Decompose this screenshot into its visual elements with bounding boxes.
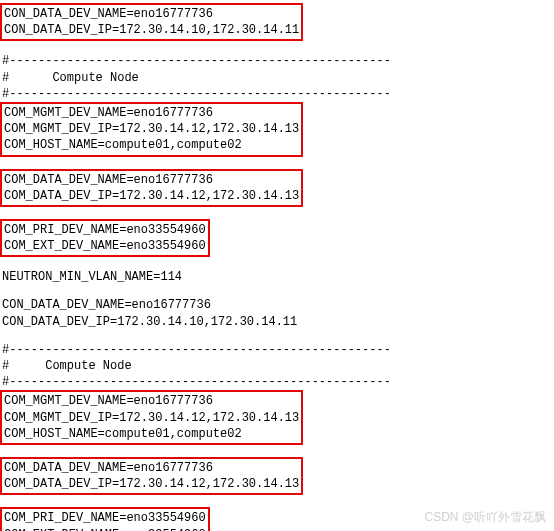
config-line: NEUTRON_MIN_VLAN_NAME=114 (2, 269, 554, 285)
config-line: COM_EXT_DEV_NAME=eno33554960 (4, 527, 206, 532)
separator-line: #---------------------------------------… (2, 86, 554, 102)
highlight-box-5: COM_MGMT_DEV_NAME=eno16777736 COM_MGMT_D… (0, 390, 303, 445)
config-line: CON_DATA_DEV_IP=172.30.14.10,172.30.14.1… (2, 314, 554, 330)
separator-line: #---------------------------------------… (2, 53, 554, 69)
highlight-box-7: COM_PRI_DEV_NAME=eno33554960 COM_EXT_DEV… (0, 507, 210, 531)
config-line: COM_HOST_NAME=compute01,compute02 (4, 137, 299, 153)
config-line: COM_MGMT_DEV_NAME=eno16777736 (4, 393, 299, 409)
highlight-box-3: COM_DATA_DEV_NAME=eno16777736 COM_DATA_D… (0, 169, 303, 207)
config-line: COM_DATA_DEV_IP=172.30.14.12,172.30.14.1… (4, 476, 299, 492)
highlight-box-6: COM_DATA_DEV_NAME=eno16777736 COM_DATA_D… (0, 457, 303, 495)
config-line: COM_MGMT_DEV_IP=172.30.14.12,172.30.14.1… (4, 410, 299, 426)
highlight-box-2: COM_MGMT_DEV_NAME=eno16777736 COM_MGMT_D… (0, 102, 303, 157)
section-header: # Compute Node (2, 70, 554, 86)
watermark: CSDN @听吖外雪花飘 (424, 509, 546, 525)
config-line: COM_HOST_NAME=compute01,compute02 (4, 426, 299, 442)
config-line: COM_PRI_DEV_NAME=eno33554960 (4, 222, 206, 238)
config-content: CON_DATA_DEV_NAME=eno16777736 CON_DATA_D… (2, 3, 554, 531)
highlight-box-4: COM_PRI_DEV_NAME=eno33554960 COM_EXT_DEV… (0, 219, 210, 257)
separator-line: #---------------------------------------… (2, 374, 554, 390)
config-line: COM_MGMT_DEV_NAME=eno16777736 (4, 105, 299, 121)
config-line: COM_EXT_DEV_NAME=eno33554960 (4, 238, 206, 254)
config-line: CON_DATA_DEV_NAME=eno16777736 (4, 6, 299, 22)
config-line: CON_DATA_DEV_IP=172.30.14.10,172.30.14.1… (4, 22, 299, 38)
config-line: COM_PRI_DEV_NAME=eno33554960 (4, 510, 206, 526)
config-line: COM_DATA_DEV_NAME=eno16777736 (4, 460, 299, 476)
section-header: # Compute Node (2, 358, 554, 374)
config-line: COM_MGMT_DEV_IP=172.30.14.12,172.30.14.1… (4, 121, 299, 137)
config-line: CON_DATA_DEV_NAME=eno16777736 (2, 297, 554, 313)
highlight-box-1: CON_DATA_DEV_NAME=eno16777736 CON_DATA_D… (0, 3, 303, 41)
separator-line: #---------------------------------------… (2, 342, 554, 358)
config-line: COM_DATA_DEV_NAME=eno16777736 (4, 172, 299, 188)
config-line: COM_DATA_DEV_IP=172.30.14.12,172.30.14.1… (4, 188, 299, 204)
